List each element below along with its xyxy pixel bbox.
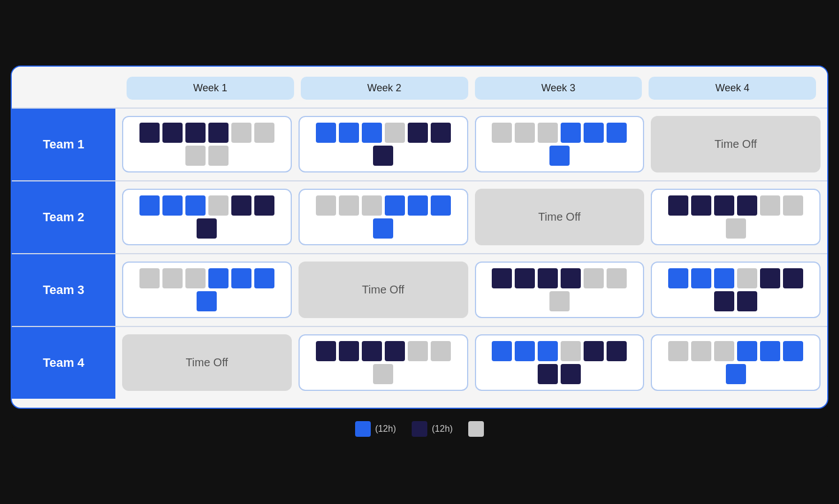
block-gray-2 bbox=[714, 341, 734, 361]
week-headers: Week 1Week 2Week 3Week 4 bbox=[127, 77, 816, 100]
legend-block-gray bbox=[468, 421, 484, 437]
block-gray-5 bbox=[607, 268, 627, 288]
block-navy-6 bbox=[714, 291, 734, 311]
block-navy-5 bbox=[431, 123, 451, 143]
block-blue-1 bbox=[339, 123, 359, 143]
block-navy-3 bbox=[208, 123, 229, 143]
block-navy-2 bbox=[362, 341, 382, 361]
header-row: Week 1Week 2Week 3Week 4 bbox=[12, 67, 827, 108]
block-container bbox=[483, 341, 637, 384]
block-navy-1 bbox=[339, 341, 359, 361]
time-off-label: Time Off bbox=[538, 211, 581, 223]
block-navy-3 bbox=[737, 195, 757, 216]
block-navy-7 bbox=[561, 364, 581, 384]
block-navy-4 bbox=[231, 195, 251, 216]
week-cells-team-3: Time Off bbox=[115, 255, 827, 325]
cell-team4-week2 bbox=[299, 334, 468, 391]
block-gray-2 bbox=[185, 268, 206, 288]
block-gray-4 bbox=[231, 123, 251, 143]
block-gray-2 bbox=[362, 195, 382, 216]
block-navy-7 bbox=[737, 291, 757, 311]
block-navy-2 bbox=[538, 268, 558, 288]
team-label-2: Team 2 bbox=[12, 181, 115, 253]
block-container bbox=[659, 341, 813, 384]
block-navy-3 bbox=[385, 341, 405, 361]
block-gray-0 bbox=[668, 341, 688, 361]
block-blue-3 bbox=[208, 268, 229, 288]
block-gray-1 bbox=[339, 195, 359, 216]
time-off-label: Time Off bbox=[715, 138, 757, 151]
block-blue-1 bbox=[162, 195, 183, 216]
block-gray-4 bbox=[760, 195, 780, 216]
block-blue-5 bbox=[254, 268, 274, 288]
block-gray-1 bbox=[515, 123, 535, 143]
cell-team2-week2 bbox=[299, 189, 468, 245]
team-row-2: Team 2Time Off bbox=[12, 180, 827, 253]
block-gray-0 bbox=[139, 268, 160, 288]
block-blue-4 bbox=[231, 268, 251, 288]
block-blue-1 bbox=[515, 341, 535, 361]
block-blue-6 bbox=[549, 146, 570, 166]
team-row-1: Team 1Time Off bbox=[12, 108, 827, 180]
legend-block-blue bbox=[355, 421, 371, 437]
block-blue-0 bbox=[668, 268, 688, 288]
block-blue-2 bbox=[185, 195, 206, 216]
block-blue-6 bbox=[373, 218, 393, 239]
cell-team3-week4 bbox=[651, 262, 821, 318]
block-blue-2 bbox=[538, 341, 558, 361]
cell-team4-week1: Time Off bbox=[122, 334, 292, 391]
block-navy-6 bbox=[197, 218, 217, 239]
team-label-3: Team 3 bbox=[12, 254, 115, 326]
cell-team3-week2: Time Off bbox=[299, 262, 468, 318]
team-row-4: Team 4Time Off bbox=[12, 326, 827, 399]
cell-team3-week3 bbox=[475, 262, 645, 318]
block-container bbox=[306, 195, 460, 239]
block-gray-1 bbox=[691, 341, 711, 361]
cell-team3-week1 bbox=[122, 262, 292, 318]
legend-label-navy: (12h) bbox=[432, 424, 453, 434]
block-blue-4 bbox=[584, 123, 604, 143]
block-gray-3 bbox=[561, 341, 581, 361]
block-blue-0 bbox=[316, 123, 336, 143]
block-blue-6 bbox=[726, 364, 746, 384]
cell-team2-week4 bbox=[651, 189, 821, 245]
cell-team4-week4 bbox=[651, 334, 821, 391]
block-container bbox=[130, 195, 284, 239]
block-navy-4 bbox=[584, 341, 604, 361]
cell-team2-week1 bbox=[122, 189, 292, 245]
block-gray-0 bbox=[492, 123, 512, 143]
legend-block-navy bbox=[412, 421, 427, 437]
schedule-grid: Week 1Week 2Week 3Week 4 Team 1Time OffT… bbox=[11, 66, 828, 409]
block-navy-0 bbox=[316, 341, 336, 361]
block-gray-6 bbox=[373, 364, 393, 384]
block-gray-3 bbox=[208, 195, 229, 216]
block-blue-3 bbox=[385, 195, 405, 216]
cell-team1-week4: Time Off bbox=[651, 116, 821, 172]
block-gray-2 bbox=[538, 123, 558, 143]
block-gray-7 bbox=[208, 146, 229, 166]
block-container bbox=[306, 341, 460, 384]
block-navy-1 bbox=[515, 268, 535, 288]
block-navy-5 bbox=[607, 341, 627, 361]
block-gray-6 bbox=[549, 291, 570, 311]
cell-team1-week3 bbox=[475, 116, 645, 172]
block-blue-5 bbox=[783, 341, 803, 361]
week-header-4: Week 4 bbox=[649, 77, 816, 100]
week-cells-team-4: Time Off bbox=[115, 328, 827, 398]
block-navy-2 bbox=[714, 195, 734, 216]
week-cells-team-2: Time Off bbox=[115, 182, 827, 252]
block-navy-6 bbox=[538, 364, 558, 384]
block-blue-3 bbox=[737, 341, 757, 361]
block-blue-0 bbox=[492, 341, 512, 361]
cell-team2-week3: Time Off bbox=[475, 189, 645, 245]
week-cells-team-1: Time Off bbox=[115, 109, 827, 179]
block-gray-4 bbox=[408, 341, 428, 361]
time-off-label: Time Off bbox=[186, 356, 229, 369]
block-container bbox=[483, 268, 637, 311]
block-blue-4 bbox=[760, 341, 780, 361]
block-gray-1 bbox=[162, 268, 183, 288]
time-off-label: Time Off bbox=[362, 283, 404, 296]
block-container bbox=[659, 195, 813, 239]
week-header-3: Week 3 bbox=[475, 77, 642, 100]
legend: (12h)(12h) bbox=[11, 413, 828, 439]
